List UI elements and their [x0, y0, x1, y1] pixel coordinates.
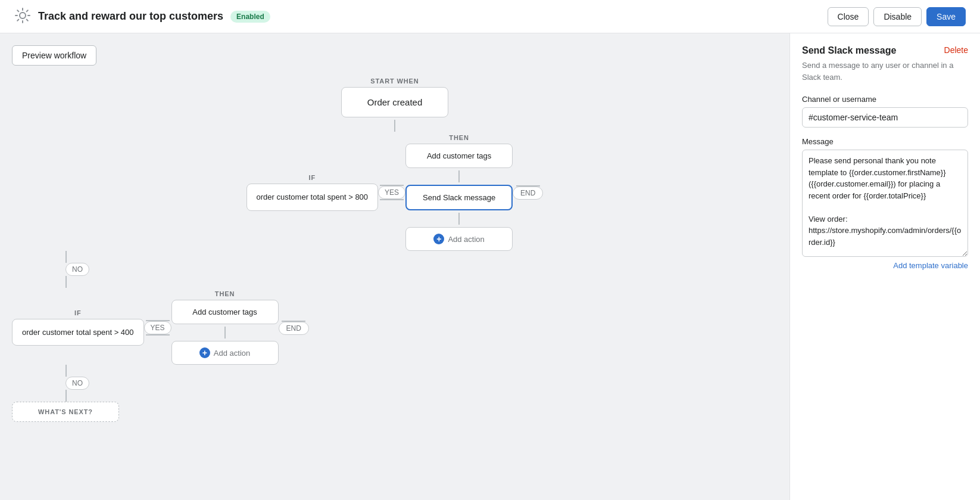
start-when-box[interactable]: Order created [341, 87, 448, 117]
end-badge-2: END [279, 322, 309, 335]
no-line-4 [65, 390, 67, 402]
then-label-2: THEN [215, 290, 235, 297]
save-button[interactable]: Save [926, 7, 966, 26]
if-label-1: IF [309, 174, 316, 181]
no-badge-2: NO [65, 377, 89, 390]
add-action-label-1: Add action [448, 235, 484, 244]
gear-icon [14, 7, 31, 26]
yes-line-2 [380, 199, 404, 200]
end-2: END [279, 321, 309, 335]
yes-badge-1: YES [378, 186, 405, 199]
channel-label: Channel or username [802, 95, 968, 104]
workflow: START WHEN Order created IF order custom… [12, 77, 778, 446]
connector [458, 213, 460, 225]
plus-icon-1: + [433, 234, 444, 244]
if-then-row-1: IF order customer total spent > 800 YES … [246, 134, 544, 251]
preview-workflow-button[interactable]: Preview workflow [12, 45, 96, 66]
no-section-1: NO [12, 251, 778, 288]
header-left: Track and reward our top customers Enabl… [14, 7, 270, 26]
add-customer-tags-2[interactable]: Add customer tags [171, 300, 279, 324]
panel-description: Send a message to any user or channel in… [802, 60, 968, 83]
then-section-2: THEN Add customer tags + Add action [171, 290, 279, 365]
if-section-1: IF order customer total spent > 800 [246, 174, 379, 211]
yes-branch-1: YES [378, 185, 405, 200]
connector [458, 170, 460, 182]
add-customer-tags-1[interactable]: Add customer tags [405, 144, 513, 168]
svg-point-0 [20, 13, 26, 18]
no-line-3 [65, 365, 67, 377]
add-template-variable-link[interactable]: Add template variable [802, 261, 968, 270]
if-section-2: IF order customer total spent > 400 [12, 309, 144, 346]
add-action-button-2[interactable]: + Add action [171, 341, 279, 365]
disable-button[interactable]: Disable [873, 7, 922, 26]
connector [394, 120, 395, 132]
if-condition-1[interactable]: order customer total spent > 800 [246, 184, 379, 211]
no-badge-1: NO [65, 263, 89, 276]
end-badge-1: END [513, 187, 543, 200]
page-title: Track and reward our top customers [38, 10, 223, 23]
what-next-section: WHAT'S NEXT? [12, 402, 119, 422]
no-line-2 [65, 276, 67, 288]
status-badge: Enabled [230, 11, 270, 23]
if-then-row-2: IF order customer total spent > 400 YES … [12, 290, 309, 365]
header: Track and reward our top customers Enabl… [0, 0, 980, 33]
header-actions: Close Disable Save [828, 7, 966, 26]
connector [224, 327, 226, 338]
no-line-1 [65, 251, 67, 263]
delete-link[interactable]: Delete [944, 45, 968, 55]
close-button[interactable]: Close [828, 7, 869, 26]
if-label-2: IF [74, 309, 82, 316]
panel-title: Send Slack message [802, 45, 896, 56]
workflow-canvas[interactable]: Preview workflow START WHEN Order create… [0, 33, 789, 500]
yes-branch-2: YES [144, 320, 171, 336]
right-panel: Send Slack message Delete Send a message… [789, 33, 980, 500]
end-1: END [513, 185, 543, 200]
add-action-button-1[interactable]: + Add action [405, 227, 513, 251]
start-when-label: START WHEN [370, 77, 419, 85]
message-textarea[interactable]: Please send personal thank you note temp… [802, 150, 968, 257]
then-section-1: THEN Add customer tags Send Slack messag… [405, 134, 513, 251]
panel-header: Send Slack message Delete [802, 45, 968, 56]
then-label-1: THEN [449, 134, 469, 141]
no-section-2: NO [12, 365, 778, 402]
what-next-box[interactable]: WHAT'S NEXT? [12, 402, 119, 422]
yes-line-4 [146, 334, 170, 336]
start-when-node: START WHEN Order created [341, 77, 448, 117]
yes-badge-2: YES [144, 321, 171, 334]
main-layout: Preview workflow START WHEN Order create… [0, 33, 980, 500]
if-condition-2[interactable]: order customer total spent > 400 [12, 319, 144, 346]
add-action-label-2: Add action [214, 349, 250, 358]
message-label: Message [802, 137, 968, 146]
plus-icon-2: + [199, 347, 210, 358]
channel-input[interactable] [802, 107, 968, 128]
send-slack-message-1[interactable]: Send Slack message [405, 185, 513, 210]
